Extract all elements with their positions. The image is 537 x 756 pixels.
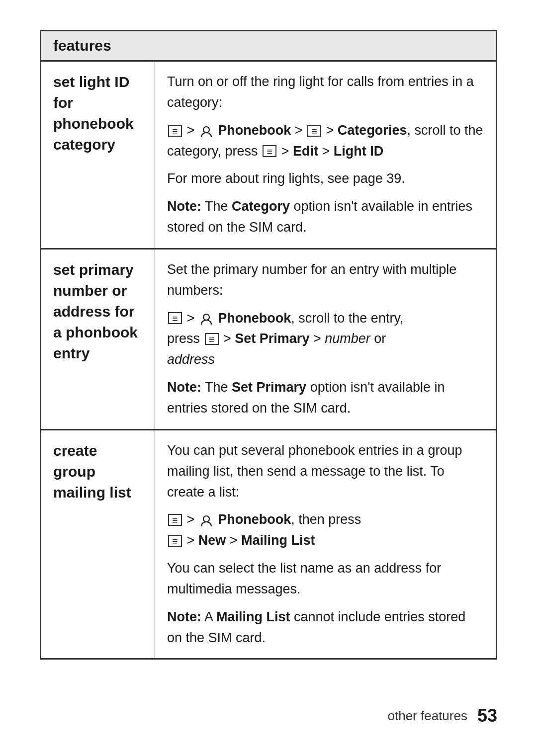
- mailing-list-note-bold: Mailing List: [216, 609, 290, 624]
- menu-icon-3: [263, 145, 276, 157]
- feature-label-light-id: set light ID for phonebook category: [41, 61, 155, 249]
- number-italic: number: [325, 331, 370, 346]
- phonebook-icon-2: [199, 311, 213, 325]
- set-primary-bold: Set Primary: [235, 331, 309, 346]
- menu-icon-1: [168, 125, 182, 137]
- svg-point-1: [203, 314, 209, 320]
- feature-label-mailing: create group mailing list: [41, 429, 155, 659]
- table-row: set light ID for phonebook category Turn…: [41, 61, 497, 249]
- svg-point-0: [203, 127, 209, 133]
- primary-step1: > Phonebook, scroll to the entry, press …: [167, 308, 484, 371]
- menu-icon-4: [168, 312, 182, 324]
- mailing-select: You can select the list name as an addre…: [167, 558, 484, 600]
- description-primary: Set the primary number for an entry with…: [155, 249, 497, 429]
- features-table: features set light ID for phonebook cate…: [40, 30, 497, 660]
- set-primary-note: Note: The Set Primary option isn't avail…: [167, 377, 484, 419]
- primary-intro: Set the primary number for an entry with…: [167, 259, 484, 301]
- phonebook-label-3: Phonebook: [218, 512, 291, 527]
- category-note: Note: The Category option isn't availabl…: [167, 196, 484, 238]
- footer-label: other features: [388, 708, 467, 724]
- phonebook-label-1: Phonebook: [218, 123, 291, 138]
- phonebook-icon-1: [199, 124, 213, 138]
- menu-icon-7: [168, 535, 182, 547]
- mailing-intro: You can put several phonebook entries in…: [167, 440, 484, 503]
- intro-text: Turn on or off the ring light for calls …: [167, 72, 484, 113]
- mailing-note: Note: A Mailing List cannot include entr…: [167, 607, 484, 649]
- note-label-1: Note:: [167, 199, 201, 214]
- new-bold: New: [198, 533, 226, 548]
- step1-text: > Phonebook > > Categories, scroll to th…: [167, 120, 484, 162]
- note-label-3: Note:: [167, 609, 201, 624]
- menu-icon-5: [205, 333, 219, 345]
- mailing-list-bold: Mailing List: [241, 533, 315, 548]
- description-light-id: Turn on or off the ring light for calls …: [155, 61, 497, 249]
- set-primary-note-bold: Set Primary: [232, 380, 306, 395]
- address-italic: address: [167, 352, 215, 367]
- table-row: set primary number or address for a phon…: [41, 249, 497, 429]
- phonebook-label-2: Phonebook: [218, 311, 291, 326]
- mailing-step1: > Phonebook, then press > New > Mailing …: [167, 509, 484, 551]
- edit-label: Edit: [293, 144, 318, 159]
- page-footer: other features 53: [40, 705, 497, 726]
- ring-lights-note: For more about ring lights, see page 39.: [167, 168, 484, 189]
- menu-icon-2: [307, 125, 321, 137]
- description-mailing: You can put several phonebook entries in…: [155, 429, 497, 659]
- feature-label-primary: set primary number or address for a phon…: [41, 249, 155, 429]
- menu-icon-6: [168, 514, 182, 526]
- category-bold: Category: [232, 199, 290, 214]
- features-header: features: [41, 31, 497, 61]
- categories-label: Categories: [338, 123, 407, 138]
- phonebook-icon-3: [199, 513, 213, 527]
- svg-point-2: [203, 516, 209, 522]
- page-number: 53: [477, 705, 497, 726]
- table-row: create group mailing list You can put se…: [41, 429, 497, 659]
- note-label-2: Note:: [167, 380, 201, 395]
- page-container: features set light ID for phonebook cate…: [0, 0, 537, 756]
- light-id-label: Light ID: [334, 144, 383, 159]
- table-header-row: features: [41, 31, 497, 61]
